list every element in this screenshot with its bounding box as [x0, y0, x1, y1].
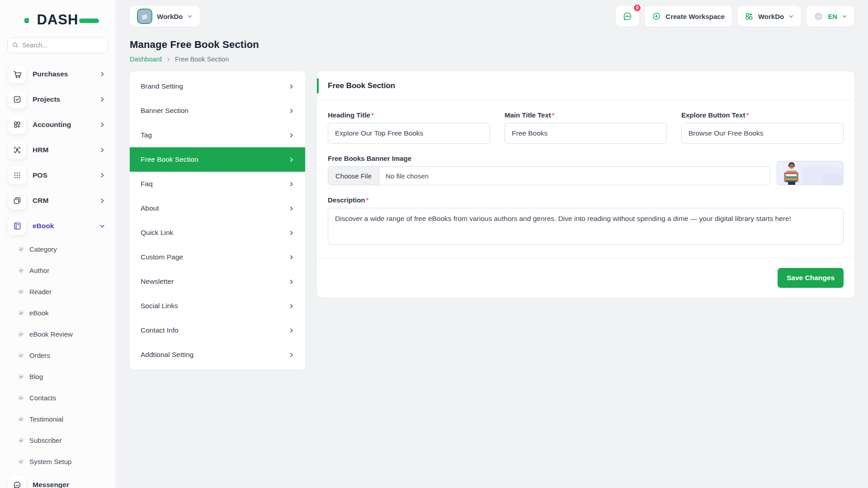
card-footer: Save Changes — [317, 258, 854, 298]
sidebar-search[interactable] — [7, 37, 108, 53]
card-body: Heading Title* Main Title Text* Explore … — [317, 100, 854, 245]
dots-grid-icon — [8, 166, 26, 184]
circle-check-icon — [18, 310, 24, 316]
heading-title-label: Heading Title* — [328, 111, 490, 119]
explore-button-text-label: Explore Button Text* — [681, 111, 844, 119]
sidebar-item-ebook[interactable]: eBook — [0, 213, 115, 239]
settings-item-free-book-section[interactable]: Free Book Section — [130, 147, 305, 172]
plus-circle-icon — [652, 12, 661, 21]
sidebar-subitem-contacts[interactable]: Contacts — [18, 387, 115, 408]
chevron-right-icon — [99, 197, 105, 204]
sidebar: DASH Purchases Projects — [0, 0, 116, 488]
messages-button[interactable]: 0 — [616, 6, 639, 27]
sidebar-subitem-subscriber[interactable]: Subscriber — [18, 430, 115, 451]
explore-button-text-input[interactable] — [681, 123, 844, 144]
chevron-down-icon — [99, 223, 105, 229]
save-changes-button[interactable]: Save Changes — [778, 268, 844, 288]
sidebar-subitem-system-setup[interactable]: System Setup — [18, 451, 115, 472]
topbar-actions: 0 Create Workspace WorkDo EN — [616, 6, 854, 27]
check-square-icon — [8, 90, 26, 108]
settings-item-brand-setting[interactable]: Brand Setting — [130, 74, 305, 99]
sidebar-subitem-reader[interactable]: Reader — [18, 281, 115, 302]
sidebar-item-projects[interactable]: Projects — [0, 87, 115, 112]
building-icon — [141, 12, 149, 20]
chat-bubble-icon — [623, 11, 632, 21]
workspace-switcher-button[interactable]: WorkDo — [737, 6, 801, 27]
heading-title-input[interactable] — [328, 123, 490, 144]
circle-check-icon — [18, 331, 24, 337]
sidebar-item-messenger[interactable]: Messenger — [0, 472, 115, 488]
settings-item-newsletter[interactable]: Newsletter — [130, 269, 305, 294]
sidebar-item-crm[interactable]: CRM — [0, 188, 115, 213]
chevron-right-icon — [288, 352, 294, 358]
circle-check-icon — [18, 437, 24, 443]
chevron-right-icon — [166, 57, 171, 62]
choose-file-button[interactable]: Choose File — [328, 167, 379, 185]
sidebar-subitem-orders[interactable]: Orders — [18, 345, 115, 366]
chevron-right-icon — [288, 132, 294, 138]
logo-green-dot — [24, 18, 29, 23]
overlap-squares-icon — [8, 192, 26, 210]
ebook-submenu: Category Author Reader eBook eBook Revie… — [0, 239, 115, 472]
required-asterisk: * — [371, 111, 374, 119]
globe-icon — [814, 12, 823, 21]
settings-item-addtional-setting[interactable]: Addtional Setting — [130, 343, 305, 367]
settings-item-social-links[interactable]: Social Links — [130, 294, 305, 318]
sidebar-subitem-ebook[interactable]: eBook — [18, 302, 115, 324]
create-workspace-button[interactable]: Create Workspace — [645, 6, 732, 27]
sidebar-item-pos[interactable]: POS — [0, 163, 115, 188]
sidebar-subitem-ebook-review[interactable]: eBook Review — [18, 324, 115, 345]
banner-image-label: Free Books Banner Image — [328, 155, 770, 162]
sidebar-subitem-testimonial[interactable]: Testimonial — [18, 408, 115, 430]
chevron-right-icon — [288, 230, 294, 236]
topbar: WorkDo 0 Create Workspace WorkDo — [116, 0, 868, 27]
chevron-right-icon — [99, 96, 105, 103]
settings-item-banner-section[interactable]: Banner Section — [130, 99, 305, 123]
content: Brand Setting Banner Section Tag Free Bo… — [116, 63, 868, 370]
cart-icon — [8, 65, 26, 83]
search-input[interactable] — [22, 42, 103, 49]
book-icon — [8, 217, 26, 235]
settings-item-custom-page[interactable]: Custom Page — [130, 245, 305, 269]
chevron-right-icon — [99, 122, 105, 128]
description-label: Description* — [328, 196, 844, 204]
required-asterisk: * — [366, 196, 369, 204]
banner-image-file-input[interactable]: Choose File No file chosen — [328, 166, 770, 185]
circle-check-icon — [18, 289, 24, 295]
settings-item-quick-link[interactable]: Quick Link — [130, 221, 305, 245]
logo-text: DASH — [37, 12, 79, 28]
card-title: Free Book Section — [328, 81, 395, 90]
breadcrumb-dashboard-link[interactable]: Dashboard — [130, 56, 162, 63]
required-asterisk: * — [552, 111, 555, 119]
sidebar-subitem-category[interactable]: Category — [18, 239, 115, 260]
chevron-right-icon — [288, 303, 294, 309]
main-area: WorkDo 0 Create Workspace WorkDo — [116, 0, 868, 488]
circle-check-icon — [18, 416, 24, 422]
description-textarea[interactable]: Discover a wide range of free eBooks fro… — [328, 208, 844, 245]
settings-item-faq[interactable]: Faq — [130, 172, 305, 196]
main-title-label: Main Title Text* — [505, 111, 667, 119]
main-title-input[interactable] — [505, 123, 667, 144]
circle-check-icon — [18, 267, 24, 273]
chevron-right-icon — [288, 206, 294, 211]
settings-item-about[interactable]: About — [130, 196, 305, 221]
messages-badge: 0 — [633, 4, 642, 12]
circle-check-icon — [18, 395, 24, 401]
sidebar-subitem-author[interactable]: Author — [18, 260, 115, 281]
page-head: Manage Free Book Section Dashboard Free … — [116, 27, 868, 63]
settings-item-tag[interactable]: Tag — [130, 123, 305, 147]
grid-plus-icon — [745, 12, 754, 21]
logo-green-bar — [79, 19, 99, 23]
settings-item-contact-info[interactable]: Contact Info — [130, 318, 305, 343]
card-header: Free Book Section — [317, 71, 854, 100]
sidebar-subitem-blog[interactable]: Blog — [18, 366, 115, 387]
language-selector[interactable]: EN — [807, 6, 854, 27]
sidebar-item-accounting[interactable]: Accounting — [0, 112, 115, 137]
chevron-right-icon — [288, 84, 294, 89]
sidebar-item-hrm[interactable]: HRM — [0, 137, 115, 163]
workspace-selector[interactable]: WorkDo — [130, 6, 200, 27]
file-chosen-text: No file chosen — [379, 172, 435, 180]
dash-logo: DASH — [28, 12, 87, 28]
search-icon — [12, 42, 19, 49]
sidebar-item-purchases[interactable]: Purchases — [0, 61, 115, 87]
